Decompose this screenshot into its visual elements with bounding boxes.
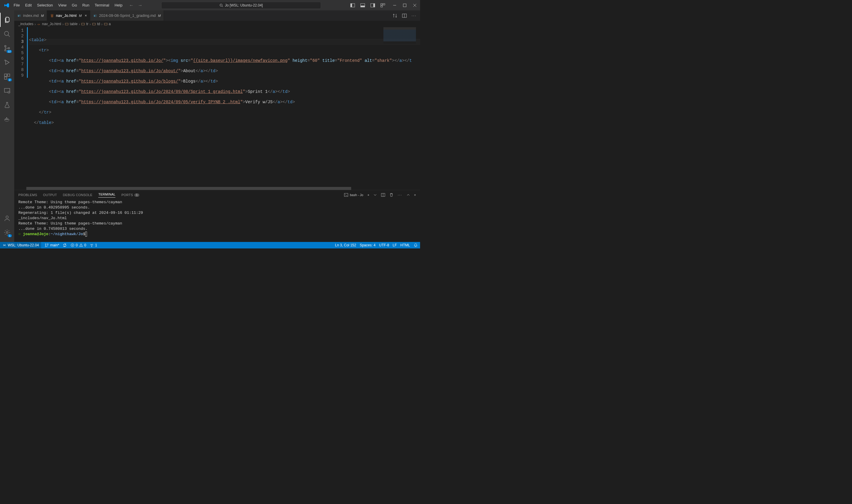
- breadcrumb-file[interactable]: nav_Jo.html: [42, 22, 61, 26]
- radio-tower-icon: [90, 243, 94, 247]
- bell-icon[interactable]: [414, 243, 418, 247]
- minimap[interactable]: [383, 27, 416, 44]
- split-editor-icon[interactable]: [402, 13, 407, 18]
- close-icon[interactable]: [413, 3, 417, 7]
- chevron-down-icon[interactable]: [373, 193, 377, 197]
- customize-layout-icon[interactable]: [380, 3, 385, 8]
- svg-point-17: [5, 46, 6, 47]
- status-eol[interactable]: LF: [393, 243, 397, 247]
- menu-selection[interactable]: Selection: [35, 2, 55, 8]
- tab-ports[interactable]: PORTS1: [121, 193, 139, 197]
- tab-index-md[interactable]: index.md M: [14, 10, 47, 21]
- tab-problems[interactable]: PROBLEMS: [18, 193, 37, 197]
- new-terminal-icon[interactable]: +: [367, 193, 369, 197]
- status-problems[interactable]: 0 0: [70, 243, 86, 247]
- tab-modified: M: [41, 14, 44, 17]
- svg-point-44: [45, 244, 47, 245]
- svg-marker-20: [6, 60, 9, 65]
- status-ports[interactable]: 1: [90, 243, 97, 247]
- status-remote[interactable]: WSL: Ubuntu-22.04: [0, 242, 41, 249]
- status-language[interactable]: HTML: [400, 243, 410, 247]
- svg-rect-39: [93, 23, 95, 25]
- trash-icon[interactable]: [389, 193, 394, 197]
- extensions-badge: 2: [8, 78, 12, 81]
- activity-debug[interactable]: [0, 55, 14, 70]
- status-indentation[interactable]: Spaces: 4: [360, 243, 376, 247]
- layout-left-icon[interactable]: [350, 3, 355, 8]
- nav-forward-icon[interactable]: →: [138, 3, 143, 8]
- activity-settings[interactable]: 1: [0, 226, 14, 239]
- more-actions-icon[interactable]: ···: [412, 13, 417, 18]
- symbol-field-icon: [81, 22, 85, 26]
- breadcrumb-item[interactable]: tr: [86, 22, 88, 26]
- tab-label: index.md: [23, 13, 39, 18]
- tab-nav-jo-html[interactable]: <> nav_Jo.html M ×: [47, 10, 90, 21]
- breadcrumb-item[interactable]: table: [70, 22, 77, 26]
- activity-scm[interactable]: 12: [0, 41, 14, 55]
- search-icon: [219, 3, 223, 7]
- tab-sprint-grading[interactable]: 2024-09-08-Sprint_1_grading.md M: [90, 10, 164, 21]
- status-branch[interactable]: main*: [45, 243, 59, 247]
- html-icon: <>: [50, 14, 54, 18]
- menu-run[interactable]: Run: [80, 2, 92, 8]
- breadcrumb-item[interactable]: a: [109, 22, 111, 26]
- compare-changes-icon[interactable]: [393, 13, 397, 18]
- tab-terminal[interactable]: TERMINAL: [98, 193, 115, 198]
- menu-go[interactable]: Go: [70, 2, 79, 8]
- search-icon: [3, 31, 11, 38]
- chevron-right-icon: ›: [101, 22, 102, 26]
- scm-badge: 12: [6, 50, 12, 53]
- error-icon: [70, 243, 75, 247]
- menu-file[interactable]: File: [11, 2, 22, 8]
- svg-point-31: [6, 216, 8, 218]
- breadcrumb[interactable]: _includes › <> nav_Jo.html › table › tr …: [14, 21, 420, 27]
- svg-point-19: [8, 48, 10, 49]
- breadcrumb-item[interactable]: td: [97, 22, 100, 26]
- svg-point-52: [91, 244, 92, 245]
- more-actions-icon[interactable]: ···: [398, 193, 402, 197]
- activity-extensions[interactable]: 2: [0, 70, 14, 84]
- menu-edit[interactable]: Edit: [23, 2, 34, 8]
- activity-accounts[interactable]: [0, 211, 14, 226]
- menu-view[interactable]: View: [56, 2, 69, 8]
- menu-help[interactable]: Help: [112, 2, 125, 8]
- svg-point-45: [45, 246, 47, 247]
- breadcrumb-folder[interactable]: _includes: [18, 22, 33, 26]
- chevron-right-icon: ›: [62, 22, 64, 26]
- horizontal-scrollbar[interactable]: [14, 187, 420, 190]
- editor-content[interactable]: <table> <tr> <td><a href="https://joanna…: [29, 27, 420, 187]
- svg-point-18: [5, 50, 6, 51]
- svg-rect-5: [361, 6, 365, 7]
- command-center[interactable]: Jo [WSL: Ubuntu-22.04]: [161, 2, 321, 9]
- layout-right-icon[interactable]: [370, 3, 375, 8]
- status-cursor-position[interactable]: Ln 3, Col 152: [335, 243, 356, 247]
- nav-back-icon[interactable]: ←: [129, 3, 134, 8]
- svg-point-15: [4, 31, 8, 36]
- split-terminal-icon[interactable]: [381, 193, 385, 197]
- chevron-up-icon[interactable]: [406, 193, 410, 197]
- activity-docker[interactable]: [0, 112, 14, 126]
- activity-explorer[interactable]: [0, 13, 14, 27]
- remote-explorer-icon: [3, 87, 11, 94]
- activity-testing[interactable]: [0, 98, 14, 112]
- terminal-shell-label[interactable]: bash - Jo: [350, 193, 363, 197]
- maximize-icon[interactable]: [403, 3, 406, 7]
- tab-output[interactable]: OUTPUT: [43, 193, 57, 197]
- activity-remote[interactable]: [0, 84, 14, 98]
- close-icon[interactable]: ×: [85, 13, 87, 18]
- minimize-icon[interactable]: [393, 3, 396, 7]
- files-icon: [4, 16, 11, 23]
- status-encoding[interactable]: UTF-8: [379, 243, 389, 247]
- activity-search[interactable]: [0, 27, 14, 41]
- vscode-logo-icon: [4, 3, 10, 8]
- tab-label: 2024-09-08-Sprint_1_grading.md: [99, 13, 156, 18]
- layout-bottom-icon[interactable]: [360, 3, 365, 8]
- debug-icon: [3, 59, 11, 66]
- close-panel-icon[interactable]: ×: [414, 193, 416, 197]
- tab-debug-console[interactable]: DEBUG CONSOLE: [63, 193, 93, 197]
- svg-rect-3: [350, 3, 352, 7]
- sync-icon[interactable]: [63, 243, 67, 247]
- terminal-output[interactable]: Remote Theme: Using theme pages-themes/c…: [14, 200, 420, 242]
- ports-badge: 1: [134, 194, 140, 197]
- menu-terminal[interactable]: Terminal: [92, 2, 111, 8]
